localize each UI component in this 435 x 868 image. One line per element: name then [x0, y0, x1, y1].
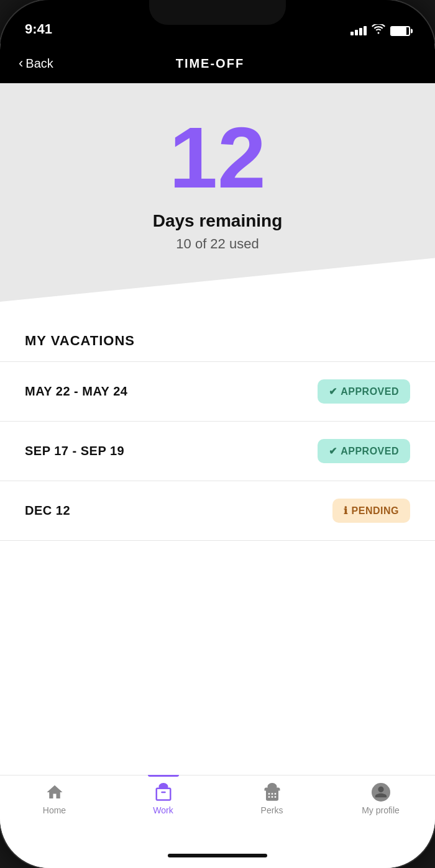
status-icons: [350, 24, 410, 37]
home-indicator: [168, 854, 267, 857]
status-time: 9:41: [25, 21, 52, 37]
status-badge: ✔ APPROVED: [318, 439, 410, 463]
nav-bar: ‹ Back TIME-OFF: [0, 43, 435, 83]
status-label: APPROVED: [341, 446, 399, 457]
tab-label-profile: My profile: [362, 805, 400, 815]
back-label: Back: [25, 57, 53, 71]
nav-title: TIME-OFF: [53, 57, 367, 71]
vacation-dates: MAY 22 - MAY 24: [25, 384, 127, 399]
vacation-dates: SEP 17 - SEP 19: [25, 444, 124, 458]
battery-icon: [390, 26, 410, 36]
days-label: Days remaining: [19, 211, 416, 231]
work-icon: [154, 783, 173, 802]
back-button[interactable]: ‹ Back: [19, 55, 53, 71]
vacation-item: SEP 17 - SEP 19 ✔ APPROVED: [0, 421, 435, 481]
status-badge: ✔ APPROVED: [318, 379, 410, 404]
tab-bar: Home Work Perks: [0, 775, 435, 843]
days-number: 12: [19, 114, 416, 201]
tab-label-work: Work: [153, 805, 173, 815]
home-icon: [45, 783, 64, 802]
vacation-item: MAY 22 - MAY 24 ✔ APPROVED: [0, 361, 435, 421]
perks-icon: [263, 783, 282, 802]
tab-item-work[interactable]: Work: [109, 783, 218, 815]
profile-avatar-icon: [372, 783, 390, 802]
tab-item-home[interactable]: Home: [0, 783, 109, 815]
back-chevron-icon: ‹: [19, 55, 23, 71]
hero-section: 12 Days remaining 10 of 22 used: [0, 83, 435, 302]
vacation-item-empty: [0, 540, 435, 590]
approved-icon: ✔: [329, 386, 337, 397]
approved-icon: ✔: [329, 445, 337, 457]
content-area: MY VACATIONS MAY 22 - MAY 24 ✔ APPROVED …: [0, 302, 435, 775]
wifi-icon: [372, 24, 385, 37]
status-badge: ℹ PENDING: [332, 499, 410, 523]
phone-frame: 9:41 ‹ Back TIME-: [0, 0, 435, 868]
notch: [149, 0, 286, 25]
vacation-dates: DEC 12: [25, 504, 70, 518]
vacation-list: MAY 22 - MAY 24 ✔ APPROVED SEP 17 - SEP …: [0, 361, 435, 590]
tab-item-profile[interactable]: My profile: [326, 783, 435, 815]
status-label: PENDING: [352, 505, 399, 517]
svg-rect-0: [161, 792, 166, 793]
tab-label-home: Home: [43, 805, 66, 815]
vacation-item: DEC 12 ℹ PENDING: [0, 481, 435, 540]
vacations-header: MY VACATIONS: [0, 314, 435, 361]
days-sublabel: 10 of 22 used: [19, 236, 416, 252]
pending-icon: ℹ: [344, 505, 348, 517]
tab-label-perks: Perks: [261, 805, 283, 815]
signal-bars-icon: [350, 26, 367, 35]
screen: ‹ Back TIME-OFF 12 Days remaining 10 of …: [0, 43, 435, 868]
tab-item-perks[interactable]: Perks: [218, 783, 326, 815]
status-label: APPROVED: [341, 386, 399, 397]
home-bar: [0, 843, 435, 868]
